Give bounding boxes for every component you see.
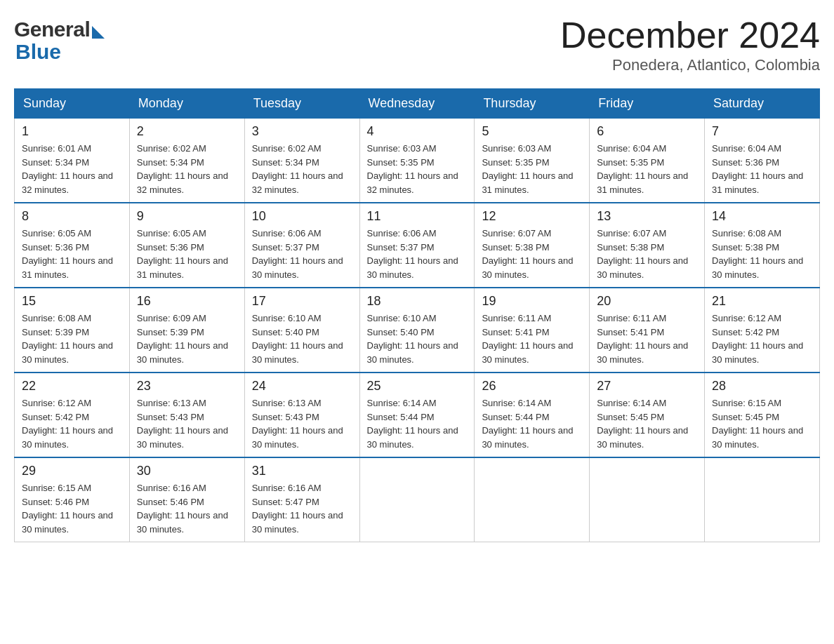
table-row: 13 Sunrise: 6:07 AM Sunset: 5:38 PM Dayl… — [590, 203, 705, 288]
table-row: 11 Sunrise: 6:06 AM Sunset: 5:37 PM Dayl… — [359, 203, 475, 288]
table-row: 6 Sunrise: 6:04 AM Sunset: 5:35 PM Dayli… — [590, 119, 705, 203]
day-info: Sunrise: 6:04 AM Sunset: 5:35 PM Dayligh… — [597, 142, 697, 196]
table-row: 18 Sunrise: 6:10 AM Sunset: 5:40 PM Dayl… — [359, 288, 475, 373]
table-row: 31 Sunrise: 6:16 AM Sunset: 5:47 PM Dayl… — [244, 457, 359, 542]
table-row: 16 Sunrise: 6:09 AM Sunset: 5:39 PM Dayl… — [129, 288, 244, 373]
day-info: Sunrise: 6:14 AM Sunset: 5:45 PM Dayligh… — [597, 396, 697, 451]
table-row: 24 Sunrise: 6:13 AM Sunset: 5:43 PM Dayl… — [244, 373, 359, 457]
day-number: 7 — [712, 124, 812, 139]
table-row: 19 Sunrise: 6:11 AM Sunset: 5:41 PM Dayl… — [475, 288, 590, 373]
day-number: 22 — [22, 379, 122, 394]
table-row: 25 Sunrise: 6:14 AM Sunset: 5:44 PM Dayl… — [359, 373, 475, 457]
title-section: December 2024 Ponedera, Atlantico, Colom… — [560, 14, 820, 74]
day-info: Sunrise: 6:16 AM Sunset: 5:46 PM Dayligh… — [137, 481, 237, 536]
day-number: 6 — [597, 124, 697, 139]
table-row: 29 Sunrise: 6:15 AM Sunset: 5:46 PM Dayl… — [15, 457, 130, 542]
day-info: Sunrise: 6:11 AM Sunset: 5:41 PM Dayligh… — [597, 311, 697, 366]
day-number: 3 — [252, 124, 352, 139]
calendar-header-row: Sunday Monday Tuesday Wednesday Thursday… — [15, 89, 820, 119]
table-row: 2 Sunrise: 6:02 AM Sunset: 5:34 PM Dayli… — [129, 119, 244, 203]
table-row: 7 Sunrise: 6:04 AM Sunset: 5:36 PM Dayli… — [705, 119, 820, 203]
logo-general-text: General — [14, 18, 90, 41]
table-row: 17 Sunrise: 6:10 AM Sunset: 5:40 PM Dayl… — [244, 288, 359, 373]
day-number: 30 — [137, 464, 237, 478]
day-number: 18 — [367, 294, 468, 309]
day-number: 9 — [137, 209, 237, 224]
header-saturday: Saturday — [705, 89, 820, 119]
day-info: Sunrise: 6:01 AM Sunset: 5:34 PM Dayligh… — [22, 142, 122, 196]
day-info: Sunrise: 6:15 AM Sunset: 5:45 PM Dayligh… — [712, 396, 812, 451]
table-row — [475, 457, 590, 542]
day-info: Sunrise: 6:13 AM Sunset: 5:43 PM Dayligh… — [137, 396, 237, 451]
header-monday: Monday — [129, 89, 244, 119]
table-row: 22 Sunrise: 6:12 AM Sunset: 5:42 PM Dayl… — [15, 373, 130, 457]
header-tuesday: Tuesday — [244, 89, 359, 119]
calendar-table: Sunday Monday Tuesday Wednesday Thursday… — [14, 88, 820, 542]
day-info: Sunrise: 6:08 AM Sunset: 5:38 PM Dayligh… — [712, 227, 812, 281]
logo-triangle-icon — [92, 26, 105, 39]
month-title: December 2024 — [560, 14, 820, 56]
day-info: Sunrise: 6:10 AM Sunset: 5:40 PM Dayligh… — [252, 311, 352, 366]
day-number: 16 — [137, 294, 237, 309]
day-info: Sunrise: 6:10 AM Sunset: 5:40 PM Dayligh… — [367, 311, 468, 366]
table-row: 9 Sunrise: 6:05 AM Sunset: 5:36 PM Dayli… — [129, 203, 244, 288]
day-number: 24 — [252, 379, 352, 394]
header-wednesday: Wednesday — [359, 89, 475, 119]
day-number: 1 — [22, 124, 122, 139]
day-info: Sunrise: 6:07 AM Sunset: 5:38 PM Dayligh… — [482, 227, 582, 281]
logo: General Blue — [14, 14, 105, 64]
day-info: Sunrise: 6:09 AM Sunset: 5:39 PM Dayligh… — [137, 311, 237, 366]
page-header: General Blue December 2024 Ponedera, Atl… — [14, 14, 820, 74]
header-sunday: Sunday — [15, 89, 130, 119]
calendar-week-row: 29 Sunrise: 6:15 AM Sunset: 5:46 PM Dayl… — [15, 457, 820, 542]
day-number: 8 — [22, 209, 122, 224]
day-info: Sunrise: 6:16 AM Sunset: 5:47 PM Dayligh… — [252, 481, 352, 536]
calendar-week-row: 15 Sunrise: 6:08 AM Sunset: 5:39 PM Dayl… — [15, 288, 820, 373]
day-info: Sunrise: 6:08 AM Sunset: 5:39 PM Dayligh… — [22, 311, 122, 366]
calendar-week-row: 1 Sunrise: 6:01 AM Sunset: 5:34 PM Dayli… — [15, 119, 820, 203]
day-info: Sunrise: 6:06 AM Sunset: 5:37 PM Dayligh… — [252, 227, 352, 281]
day-number: 14 — [712, 209, 812, 224]
day-number: 23 — [137, 379, 237, 394]
day-number: 25 — [367, 379, 468, 394]
day-number: 13 — [597, 209, 697, 224]
table-row — [590, 457, 705, 542]
day-info: Sunrise: 6:07 AM Sunset: 5:38 PM Dayligh… — [597, 227, 697, 281]
day-number: 31 — [252, 464, 352, 478]
day-info: Sunrise: 6:02 AM Sunset: 5:34 PM Dayligh… — [252, 142, 352, 196]
day-info: Sunrise: 6:03 AM Sunset: 5:35 PM Dayligh… — [482, 142, 582, 196]
day-info: Sunrise: 6:13 AM Sunset: 5:43 PM Dayligh… — [252, 396, 352, 451]
table-row — [705, 457, 820, 542]
table-row: 27 Sunrise: 6:14 AM Sunset: 5:45 PM Dayl… — [590, 373, 705, 457]
day-info: Sunrise: 6:12 AM Sunset: 5:42 PM Dayligh… — [22, 396, 122, 451]
calendar-week-row: 8 Sunrise: 6:05 AM Sunset: 5:36 PM Dayli… — [15, 203, 820, 288]
header-thursday: Thursday — [475, 89, 590, 119]
table-row: 26 Sunrise: 6:14 AM Sunset: 5:44 PM Dayl… — [475, 373, 590, 457]
table-row: 1 Sunrise: 6:01 AM Sunset: 5:34 PM Dayli… — [15, 119, 130, 203]
day-number: 4 — [367, 124, 468, 139]
day-number: 15 — [22, 294, 122, 309]
day-number: 28 — [712, 379, 812, 394]
table-row: 23 Sunrise: 6:13 AM Sunset: 5:43 PM Dayl… — [129, 373, 244, 457]
day-info: Sunrise: 6:06 AM Sunset: 5:37 PM Dayligh… — [367, 227, 468, 281]
table-row: 12 Sunrise: 6:07 AM Sunset: 5:38 PM Dayl… — [475, 203, 590, 288]
header-friday: Friday — [590, 89, 705, 119]
day-info: Sunrise: 6:04 AM Sunset: 5:36 PM Dayligh… — [712, 142, 812, 196]
table-row: 28 Sunrise: 6:15 AM Sunset: 5:45 PM Dayl… — [705, 373, 820, 457]
day-number: 11 — [367, 209, 468, 224]
table-row: 15 Sunrise: 6:08 AM Sunset: 5:39 PM Dayl… — [15, 288, 130, 373]
day-number: 10 — [252, 209, 352, 224]
day-number: 26 — [482, 379, 582, 394]
day-info: Sunrise: 6:14 AM Sunset: 5:44 PM Dayligh… — [482, 396, 582, 451]
day-number: 21 — [712, 294, 812, 309]
day-info: Sunrise: 6:02 AM Sunset: 5:34 PM Dayligh… — [137, 142, 237, 196]
day-number: 5 — [482, 124, 582, 139]
table-row: 20 Sunrise: 6:11 AM Sunset: 5:41 PM Dayl… — [590, 288, 705, 373]
day-info: Sunrise: 6:03 AM Sunset: 5:35 PM Dayligh… — [367, 142, 468, 196]
day-number: 29 — [22, 464, 122, 478]
day-number: 20 — [597, 294, 697, 309]
table-row: 21 Sunrise: 6:12 AM Sunset: 5:42 PM Dayl… — [705, 288, 820, 373]
table-row: 30 Sunrise: 6:16 AM Sunset: 5:46 PM Dayl… — [129, 457, 244, 542]
day-info: Sunrise: 6:05 AM Sunset: 5:36 PM Dayligh… — [137, 227, 237, 281]
day-info: Sunrise: 6:15 AM Sunset: 5:46 PM Dayligh… — [22, 481, 122, 536]
